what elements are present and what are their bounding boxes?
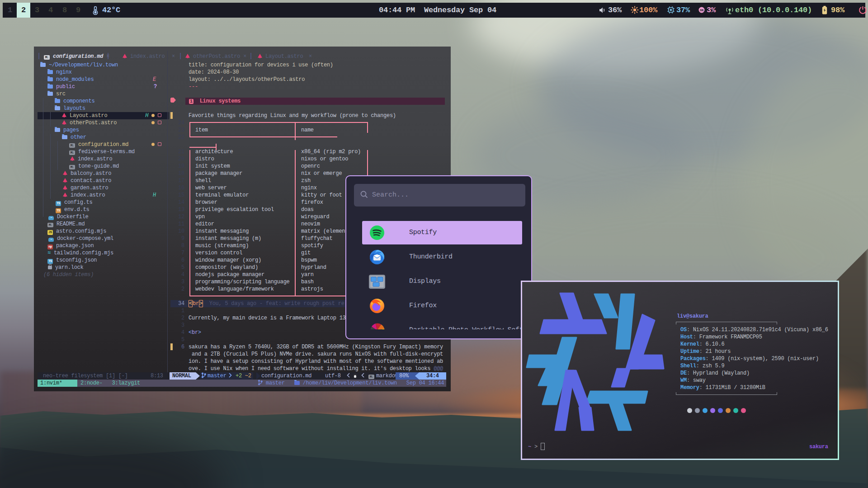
svg-text:GN: GN [700,9,703,12]
